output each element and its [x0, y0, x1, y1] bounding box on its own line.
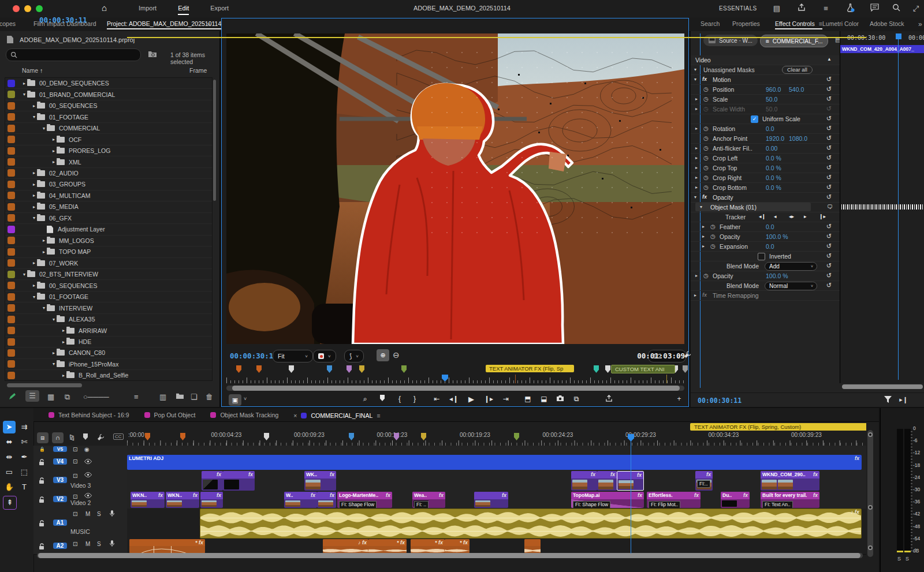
effect-row-unassigned-masks[interactable]: ▾Unassigned MasksClear all — [691, 65, 840, 75]
mask-comment-icon[interactable]: 🗨 — [827, 204, 833, 210]
parameter-value[interactable]: 0.0 % — [766, 184, 781, 191]
reset-parameter-icon[interactable]: ↺ — [826, 164, 832, 171]
track-header-a2[interactable]: A2⊡MS — [33, 539, 128, 554]
effect-row-anchor-point[interactable]: ◷Anchor Point1920.01080.0↺ — [691, 134, 840, 144]
parameter-value[interactable]: 0.0 — [766, 223, 774, 230]
chevron-icon[interactable]: ▾ — [694, 195, 696, 200]
source-target-icon[interactable]: ⊡ — [73, 541, 77, 547]
span-marker[interactable]: TEXT ANIMATOR FX (Flip, Spring, Custom) — [690, 423, 866, 431]
captions-icon[interactable]: CC — [113, 433, 124, 440]
clip-wea-[interactable]: Wea..fxFI: .. — [412, 492, 445, 508]
track-header-v5[interactable]: 🔒V5⊡◉ — [33, 446, 128, 454]
chevron-icon[interactable]: ▸ — [702, 224, 705, 229]
clip[interactable]: ♪ fx — [323, 539, 368, 554]
effect-row-scale[interactable]: ▸◷Scale50.0↺ — [691, 95, 840, 104]
zoom-to-marker-icon[interactable]: ⌕ — [359, 395, 371, 403]
monitor-marker-icon[interactable] — [289, 365, 294, 373]
bin-row[interactable]: ▾COMMERCIAL — [5, 123, 212, 134]
column-name[interactable]: Name ↑ — [22, 67, 43, 74]
track-content-v2[interactable]: WKN..fxWKN..fxfxW..fxfxLogo-MartenMe..fx… — [127, 491, 866, 509]
track-name[interactable]: Video 3 — [70, 482, 91, 489]
effect-row-crop-bottom[interactable]: ▸◷Crop Bottom0.0 %↺ — [691, 183, 840, 193]
reset-parameter-icon[interactable]: ↺ — [826, 115, 832, 122]
label-color-chip[interactable] — [8, 158, 15, 166]
label-color-chip[interactable] — [8, 181, 15, 188]
tab-adobe-stock[interactable]: Adobe Stock — [870, 20, 904, 27]
stopwatch-icon[interactable]: ◷ — [703, 165, 709, 171]
effect-row-blend-mode[interactable]: Blend ModeNormal˅↺ — [691, 281, 840, 291]
chevron-right-icon[interactable]: ▸ — [51, 148, 57, 154]
monitor-mini-ruler[interactable] — [226, 375, 684, 383]
effect-row-crop-top[interactable]: ▸◷Crop Top0.0 %↺ — [691, 163, 840, 173]
lock-icon[interactable] — [39, 496, 44, 504]
comments-icon[interactable] — [869, 3, 880, 14]
toggle-visibility-icon[interactable] — [84, 472, 92, 478]
effect-row-scale-width[interactable]: ▸◷Scale Width50.0↺ — [691, 104, 840, 114]
track-select-tool[interactable]: ⇉ — [18, 421, 31, 433]
clip[interactable]: fx — [571, 471, 597, 491]
lock-icon[interactable] — [39, 477, 44, 485]
parameter-value[interactable]: 100.0 % — [766, 233, 788, 240]
chevron-down-icon[interactable]: ▾ — [51, 317, 57, 322]
track-badge[interactable]: V3 — [53, 477, 67, 483]
parameter-value[interactable]: 1080.0 — [789, 135, 807, 142]
label-color-chip[interactable] — [8, 349, 15, 357]
bin-row[interactable]: ▾02_BTS_INTERVIEW — [5, 269, 212, 280]
bin-row[interactable]: ▾iPhone_15ProMax — [5, 359, 212, 370]
track-forward-one-icon[interactable]: ❙▸ — [819, 214, 826, 219]
clip[interactable]: * fx — [368, 539, 407, 554]
tab-properties[interactable]: Properties — [732, 20, 760, 27]
toggle-visibility-icon[interactable]: ◉ — [84, 446, 90, 453]
blend-mode-dropdown[interactable]: Add˅ — [765, 262, 817, 271]
parameter-value[interactable]: 50.0 — [766, 106, 777, 113]
track-badge[interactable]: V4 — [53, 458, 67, 465]
effect-row-blend-mode[interactable]: Blend ModeAdd˅↺ — [691, 261, 840, 271]
chevron-down-icon[interactable]: ▾ — [41, 305, 47, 311]
chevron-icon[interactable]: ▸ — [695, 175, 698, 180]
monitor-span-marker[interactable]: TEXT ANIMATOR FX (Flip, Sp — [486, 365, 574, 372]
step-back-icon[interactable]: ◂❙ — [448, 395, 460, 403]
freeform-view-button[interactable]: ⧉ — [65, 392, 70, 402]
monitor-marker-icon[interactable] — [683, 365, 688, 373]
reset-parameter-icon[interactable]: ↺ — [826, 242, 832, 250]
timeline-vscrollbar[interactable] — [867, 430, 873, 557]
reset-parameter-icon[interactable]: ↺ — [826, 76, 832, 83]
chevron-right-icon[interactable]: ▸ — [51, 159, 57, 165]
reset-parameter-icon[interactable]: ↺ — [826, 105, 832, 113]
track-header-a1[interactable]: A1⊡MSMUSIC — [33, 509, 128, 539]
effect-row-expansion[interactable]: ▸◷Expansion0.0↺ — [691, 242, 840, 252]
proxy-toggle-dropdown[interactable]: ˅ — [313, 350, 336, 362]
search-icon[interactable] — [891, 3, 902, 14]
rectangle-tool[interactable]: ▭ — [3, 466, 16, 478]
chevron-right-icon[interactable]: ▸ — [61, 373, 66, 378]
mark-dropdown[interactable]: ⟆˅ — [344, 350, 364, 362]
source-target-icon[interactable]: ⊡ — [73, 473, 77, 479]
ec-scrollbar[interactable] — [842, 384, 923, 389]
ec-clip-bar[interactable]: WKND_COM_420_A004_A007_ — [840, 45, 924, 53]
source-target-icon[interactable]: ⊡ — [73, 511, 77, 517]
chevron-right-icon[interactable]: ▸ — [41, 238, 47, 243]
linked-selection-icon[interactable]: ⧎ — [69, 433, 74, 441]
bin-row[interactable]: ▸PRORES_LOG — [5, 145, 212, 156]
label-color-chip[interactable] — [8, 293, 15, 301]
label-color-chip[interactable] — [8, 147, 15, 155]
label-color-chip[interactable] — [8, 192, 15, 199]
stopwatch-icon[interactable]: ◷ — [703, 184, 709, 190]
clip[interactable] — [524, 539, 541, 554]
parameter-value[interactable]: 0.0 — [766, 243, 774, 250]
chevron-icon[interactable]: ▾ — [700, 204, 702, 210]
parameter-value[interactable]: 0.0 % — [766, 155, 781, 162]
effect-row-feather[interactable]: ▸◷Feather0.0↺ — [691, 222, 840, 232]
next-keyframe-icon[interactable]: ▸❙ — [899, 396, 908, 403]
extract-icon[interactable]: ⬓ — [538, 395, 550, 403]
monitor-marker-icon[interactable] — [594, 365, 599, 373]
clip[interactable]: fx — [474, 492, 508, 508]
clip[interactable]: ♪ fx — [200, 509, 862, 539]
bin-row[interactable]: ▸04_MULTICAM — [5, 190, 212, 201]
bin-row[interactable]: ▸TOPO MAP — [5, 246, 212, 257]
chevron-icon[interactable]: ▸ — [695, 165, 698, 170]
search-input[interactable] — [6, 48, 141, 61]
label-color-chip[interactable] — [8, 125, 15, 132]
track-content-a2[interactable]: * fx♪ fx* fx* fx* fx — [127, 539, 866, 554]
bin-row[interactable]: ▸00_SEQUENCES — [5, 100, 212, 111]
